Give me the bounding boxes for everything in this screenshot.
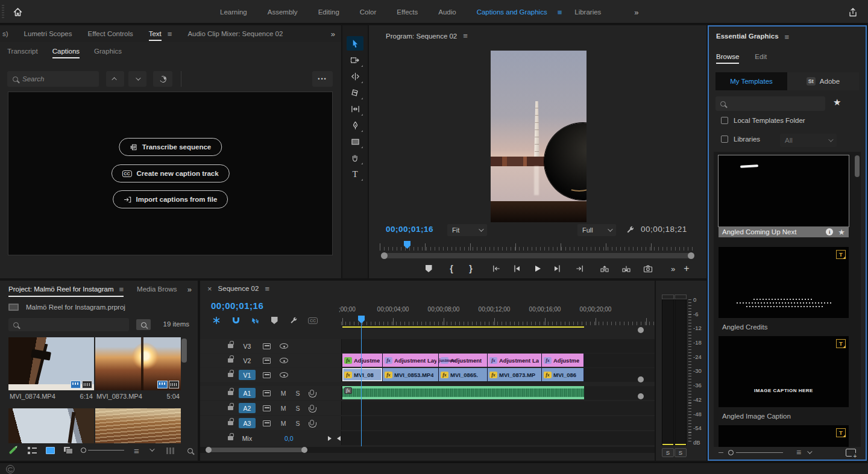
add-marker-button[interactable]: [421, 261, 436, 276]
sync-lock-toggle[interactable]: [263, 354, 271, 367]
program-menu-icon[interactable]: ≡: [463, 31, 468, 40]
sync-captions-button[interactable]: [153, 71, 172, 87]
zoom-level-select[interactable]: Fit: [447, 224, 487, 236]
track-lock-toggle[interactable]: [228, 354, 233, 367]
timeline-ruler[interactable]: ;00;00 00;00;04;00 00;00;08;00 00;00;12;…: [341, 305, 655, 326]
workspace-learning[interactable]: Learning: [212, 6, 255, 18]
insert-as-nest-button[interactable]: [211, 315, 222, 326]
tab-effect-controls[interactable]: Effect Controls: [88, 30, 133, 37]
scrollbar-handle-right[interactable]: [301, 447, 307, 453]
track-target-a1[interactable]: A1: [239, 386, 256, 400]
tab-media-browser[interactable]: Media Brows: [137, 285, 177, 293]
track-content[interactable]: [341, 431, 655, 445]
libraries-filter[interactable]: Libraries: [721, 136, 760, 143]
clip-video-selected[interactable]: fxMVI_08: [342, 368, 383, 381]
project-search-field[interactable]: [8, 318, 129, 331]
clip-adjustment-layer[interactable]: fxAdjustment La: [488, 354, 542, 367]
transcribe-sequence-button[interactable]: Transcribe sequence: [119, 138, 222, 156]
add-marker-button[interactable]: [269, 315, 280, 326]
tab-partial[interactable]: s): [2, 30, 8, 37]
step-forward-button[interactable]: [550, 261, 565, 276]
workspace-color[interactable]: Color: [352, 6, 384, 18]
track-target-v2[interactable]: V2: [239, 354, 256, 367]
tab-audio-clip-mixer[interactable]: Audio Clip Mixer: Sequence 02: [187, 30, 283, 37]
slip-tool[interactable]: [347, 102, 363, 116]
step-back-button[interactable]: [509, 261, 524, 276]
export-frame-button[interactable]: [640, 261, 656, 276]
clip-video[interactable]: fxMVI_0873.MP: [488, 368, 542, 381]
project-search-input[interactable]: [22, 320, 124, 329]
timeline-tab-label[interactable]: Sequence 02: [218, 285, 259, 292]
my-templates-tab[interactable]: My Templates: [715, 72, 787, 90]
automate-to-sequence-button[interactable]: [164, 444, 177, 457]
sync-lock-toggle[interactable]: [263, 401, 271, 415]
track-target-v1[interactable]: V1: [239, 368, 256, 382]
clip-adjustment-layer[interactable]: AdjustmentAdjustment: [439, 354, 488, 367]
clip-video[interactable]: fxMVI_0853.MP4: [383, 368, 439, 381]
clip-tile[interactable]: [8, 408, 94, 443]
quick-export-button[interactable]: [846, 5, 860, 19]
linked-selection-button[interactable]: [250, 315, 260, 326]
icon-view-button[interactable]: [43, 444, 57, 457]
clip-adjustment-layer[interactable]: fxAdjustme: [342, 354, 383, 367]
scrollbar-handle-right[interactable]: [688, 252, 694, 259]
workspace-menu-icon[interactable]: ≡: [558, 8, 562, 17]
track-visibility-toggle[interactable]: [280, 339, 288, 353]
voiceover-record-button[interactable]: [310, 416, 314, 430]
find-button[interactable]: [183, 444, 197, 457]
tab-project[interactable]: Project: Malmö Reel for Instagram ≡: [8, 285, 124, 294]
program-mini-timeline[interactable]: [380, 242, 696, 251]
writable-indicator[interactable]: [6, 444, 19, 457]
timeline-playhead-line[interactable]: [361, 323, 362, 446]
pen-tool[interactable]: [347, 118, 363, 133]
clip-video[interactable]: fxMVI_086: [542, 368, 584, 381]
search-bin-button[interactable]: [136, 319, 151, 330]
essential-graphics-title[interactable]: Essential Graphics: [716, 33, 779, 42]
track-target-a2[interactable]: A2: [239, 401, 256, 415]
template-label-row[interactable]: Angled Image Caption: [719, 411, 849, 422]
track-content[interactable]: [341, 339, 655, 353]
tab-edit[interactable]: Edit: [755, 53, 767, 60]
thumbnail-zoom-slider[interactable]: [81, 447, 86, 453]
clip-tile[interactable]: MVI_0873.MP4 5:04: [95, 337, 181, 402]
template-label-row[interactable]: Angled Credits: [719, 322, 849, 332]
snap-toggle-button[interactable]: [230, 315, 241, 326]
playback-resolution-select[interactable]: Full: [577, 224, 616, 236]
previous-caption-button[interactable]: [106, 71, 124, 87]
creative-cloud-icon[interactable]: [6, 465, 14, 473]
track-select-forward-tool[interactable]: [347, 53, 363, 67]
captions-visibility-button[interactable]: CC: [307, 315, 318, 326]
go-to-out-button[interactable]: [571, 261, 587, 276]
type-tool[interactable]: T: [347, 167, 363, 181]
workspace-editing[interactable]: Editing: [310, 6, 347, 18]
solo-toggle[interactable]: S: [294, 386, 301, 400]
home-button[interactable]: [10, 5, 25, 19]
mark-out-button[interactable]: }: [463, 261, 479, 276]
lift-button[interactable]: [597, 261, 612, 276]
voiceover-record-button[interactable]: [310, 401, 314, 415]
sync-lock-toggle[interactable]: [263, 386, 271, 400]
clip-video[interactable]: fxMVI_0865.: [439, 368, 488, 381]
scrollbar-handle-left[interactable]: [206, 447, 212, 453]
info-icon[interactable]: i: [826, 228, 833, 235]
sort-menu-icon[interactable]: ≡: [796, 447, 801, 457]
track-content[interactable]: [341, 416, 655, 430]
project-menu-icon[interactable]: ≡: [119, 285, 124, 294]
razor-tool[interactable]: [347, 86, 363, 100]
project-file-row[interactable]: Malmö Reel for Instagram.prproj: [8, 304, 125, 311]
sync-lock-toggle[interactable]: [263, 339, 271, 353]
track-visibility-toggle[interactable]: [280, 354, 288, 367]
mix-fade-icon[interactable]: [328, 431, 341, 445]
play-button[interactable]: [529, 261, 545, 276]
slider-track[interactable]: [88, 450, 124, 451]
timeline-menu-icon[interactable]: ≡: [265, 284, 269, 293]
selection-tool[interactable]: [347, 36, 363, 51]
captions-search-field[interactable]: [7, 71, 99, 87]
tab-browse[interactable]: Browse: [716, 53, 739, 60]
timeline-settings-button[interactable]: [288, 315, 299, 326]
clip-name[interactable]: MVI_0873.MP4: [96, 393, 142, 400]
clip-adjustment-layer[interactable]: fxAdjustme: [542, 354, 584, 367]
clip-tile[interactable]: MVI_0874.MP4 6:14: [8, 337, 94, 402]
workspace-effects[interactable]: Effects: [389, 6, 426, 18]
freeform-view-button[interactable]: [61, 444, 75, 457]
